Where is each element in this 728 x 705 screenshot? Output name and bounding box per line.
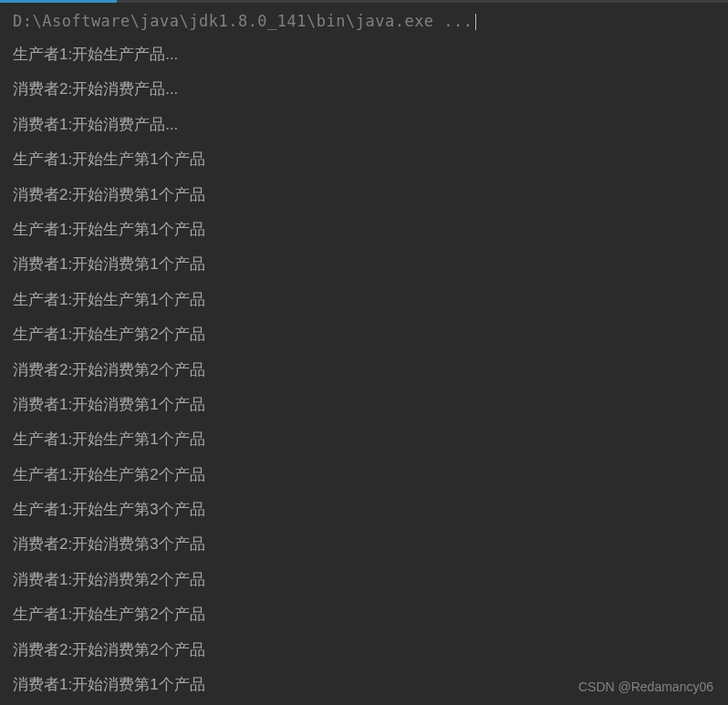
output-line: 生产者1:开始生产第1个产品 <box>0 422 728 457</box>
watermark: CSDN @Redamancy06 <box>578 679 713 694</box>
output-line: 消费者2:开始消费第2个产品 <box>0 633 728 668</box>
progress-indicator <box>0 0 117 3</box>
output-line: 消费者1:开始消费第1个产品 <box>0 388 728 422</box>
output-line: 生产者1:开始生产第2个产品 <box>0 458 728 492</box>
output-line: 消费者2:开始消费产品... <box>0 72 728 107</box>
output-line: 生产者1:开始生产第2个产品 <box>0 597 728 632</box>
console-output[interactable]: D:\Asoftware\java\jdk1.8.0_141\bin\java.… <box>0 3 728 702</box>
output-line: 消费者1:开始消费产品... <box>0 108 728 142</box>
command-text: D:\Asoftware\java\jdk1.8.0_141\bin\java.… <box>13 12 473 30</box>
output-line: 消费者2:开始消费第2个产品 <box>0 353 728 388</box>
output-line: 生产者1:开始生产第2个产品 <box>0 317 728 352</box>
output-line: 生产者1:开始生产第1个产品 <box>0 142 728 177</box>
output-line: 消费者1:开始消费第2个产品 <box>0 563 728 597</box>
text-cursor <box>475 14 476 30</box>
output-line: 消费者2:开始消费第3个产品 <box>0 527 728 562</box>
output-line: 生产者1:开始生产第3个产品 <box>0 492 728 527</box>
output-line: 生产者1:开始生产产品... <box>0 37 728 72</box>
output-line: 消费者1:开始消费第1个产品 <box>0 247 728 282</box>
top-bar <box>0 0 728 3</box>
output-line: 生产者1:开始生产第1个产品 <box>0 283 728 317</box>
output-line: 生产者1:开始生产第1个产品 <box>0 213 728 247</box>
command-line: D:\Asoftware\java\jdk1.8.0_141\bin\java.… <box>0 10 728 37</box>
output-line: 消费者2:开始消费第1个产品 <box>0 178 728 213</box>
